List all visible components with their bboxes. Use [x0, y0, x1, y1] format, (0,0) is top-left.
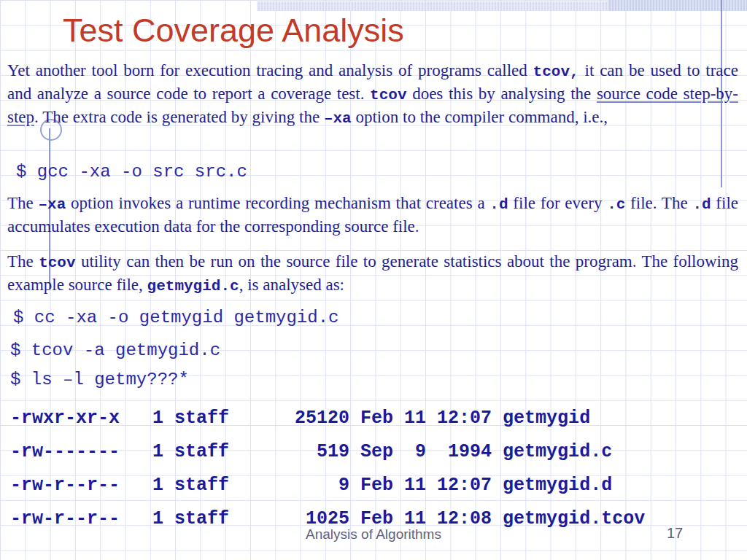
file-listing-row: -rw------- 1 staff 519 Sep 9 1994 getmyg…: [10, 435, 645, 469]
text-segment: Yet another tool born for execution trac…: [7, 61, 533, 79]
footer-title: Analysis of Algorithms: [0, 526, 747, 542]
file-listing: -rwxr-xr-x 1 staff 25120 Feb 11 12:07 ge…: [10, 402, 645, 536]
file-listing-row: -rwxr-xr-x 1 staff 25120 Feb 11 12:07 ge…: [10, 402, 645, 435]
header-band-corner: [608, 0, 747, 11]
shell-command-line: $ cc -xa -o getmygid getmygid.c: [13, 308, 338, 327]
text-segment: , is analysed as:: [239, 276, 344, 294]
slide: Test Coverage Analysis Yet another tool …: [0, 0, 747, 560]
text-segment: The: [7, 194, 39, 212]
slide-title: Test Coverage Analysis: [63, 12, 404, 50]
paragraph-xa-option: The –xa option invokes a runtime recordi…: [7, 192, 738, 238]
text-segment: .c: [607, 196, 625, 213]
text-segment: tcov: [370, 87, 406, 104]
text-segment: option invokes a runtime recording mecha…: [66, 194, 489, 212]
text-segment: .d: [692, 196, 711, 213]
text-segment: does this by analysing the: [407, 85, 597, 103]
text-segment: The: [7, 252, 39, 271]
text-segment: tcov,: [533, 63, 579, 80]
file-listing-row: -rw-r--r-- 1 staff 9 Feb 11 12:07 getmyg…: [10, 469, 645, 502]
shell-command-line: $ tcov -a getmygid.c: [10, 341, 220, 360]
text-segment: getmygid.c: [147, 278, 239, 295]
text-segment: .d: [489, 196, 508, 213]
text-segment: option to the compiler command, i.e.,: [352, 108, 608, 126]
text-segment: –xa: [324, 110, 352, 127]
paragraph-intro: Yet another tool born for execution trac…: [7, 60, 738, 130]
paragraph-tcov-utility: The tcov utility can then be run on the …: [7, 251, 738, 298]
text-segment: . The extra code is generated by giving …: [34, 108, 324, 126]
text-segment: tcov: [39, 254, 75, 271]
shell-command-line: $ gcc -xa -o src src.c: [16, 162, 247, 182]
text-segment: –xa: [39, 196, 66, 213]
text-segment: utility can then be run on the source fi…: [7, 252, 738, 294]
page-number: 17: [659, 525, 691, 542]
text-segment: file for every: [508, 194, 608, 212]
shell-command-line: $ ls –l getmy???*: [10, 370, 189, 389]
text-segment: file. The: [625, 194, 692, 212]
